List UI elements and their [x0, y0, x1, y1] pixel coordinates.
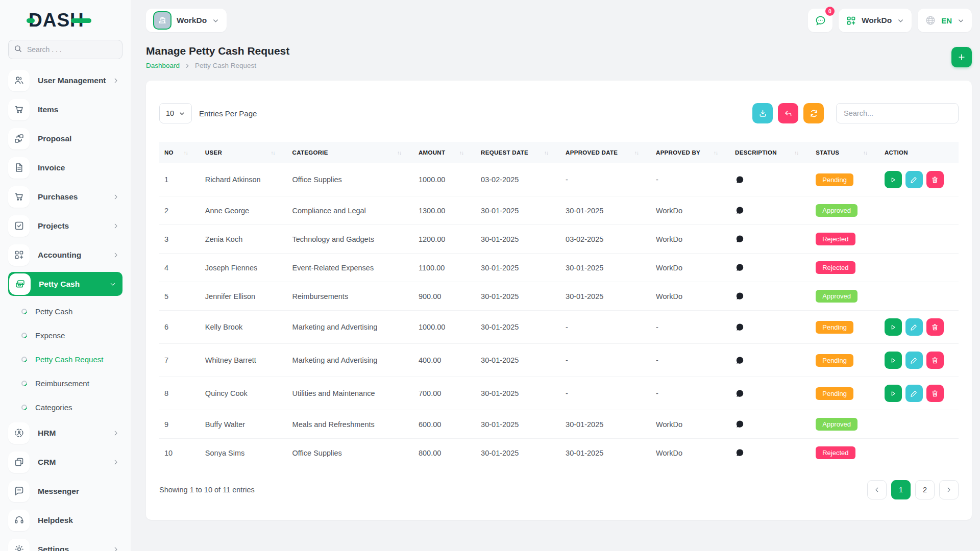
- export-button[interactable]: [752, 103, 773, 123]
- cell-approved_by: -: [651, 344, 730, 377]
- cell-no: 6: [159, 311, 200, 344]
- cell-action: [879, 410, 959, 439]
- cell-user: Joseph Fiennes: [200, 254, 287, 282]
- sidebar-subitem-reimbursement[interactable]: Reimbursement: [21, 373, 122, 393]
- workspace-avatar: [153, 11, 172, 30]
- action-view-button[interactable]: [885, 352, 902, 369]
- action-view-button[interactable]: [885, 318, 902, 336]
- description-comment-button[interactable]: [735, 389, 745, 398]
- sidebar-item-proposal[interactable]: Proposal: [8, 127, 122, 151]
- column-header-description[interactable]: DESCRIPTION↑↓: [730, 142, 811, 163]
- action-delete-button[interactable]: [926, 318, 944, 336]
- table-row: 6Kelly BrookMarketing and Advertising100…: [159, 311, 959, 344]
- sidebar-item-helpdesk[interactable]: Helpdesk: [8, 508, 122, 532]
- column-label: NO: [164, 149, 174, 156]
- cell-categorie: Office Supplies: [287, 439, 413, 467]
- reset-button[interactable]: [778, 103, 798, 123]
- description-comment-button[interactable]: [735, 322, 745, 332]
- sidebar-search-input[interactable]: [8, 40, 122, 59]
- sidebar-item-label: Purchases: [38, 192, 112, 202]
- description-comment-button[interactable]: [735, 206, 745, 215]
- sidebar-item-crm[interactable]: CRM: [8, 450, 122, 474]
- sidebar-subitem-expense[interactable]: Expense: [21, 325, 122, 345]
- breadcrumb-dashboard-link[interactable]: Dashboard: [146, 62, 180, 69]
- action-delete-button[interactable]: [926, 171, 944, 188]
- cell-status: Approved: [811, 196, 879, 225]
- chevron-down-icon: [897, 17, 904, 24]
- description-comment-button[interactable]: [735, 291, 745, 301]
- description-comment-button[interactable]: [735, 263, 745, 272]
- settings-icon: [8, 539, 30, 551]
- table-search-input[interactable]: [836, 103, 959, 123]
- action-edit-button[interactable]: [905, 171, 923, 188]
- column-header-amount[interactable]: AMOUNT↑↓: [413, 142, 476, 163]
- column-header-request_date[interactable]: REQUEST DATE↑↓: [476, 142, 560, 163]
- status-badge: Approved: [816, 418, 857, 431]
- sidebar-item-petty-cash[interactable]: Petty Cash: [8, 272, 122, 296]
- pagination-prev-button[interactable]: [867, 480, 887, 499]
- column-header-user[interactable]: USER↑↓: [200, 142, 287, 163]
- table-row: 3Zenia KochTechnology and Gadgets1200.00…: [159, 225, 959, 254]
- description-comment-button[interactable]: [735, 419, 745, 429]
- action-delete-button[interactable]: [926, 352, 944, 369]
- action-edit-button[interactable]: [905, 318, 923, 336]
- chevron-right-icon: [112, 77, 119, 84]
- sidebar-item-hrm[interactable]: HRM: [8, 421, 122, 445]
- workspace-selector[interactable]: WorkDo: [146, 9, 227, 32]
- column-label: DESCRIPTION: [735, 149, 777, 156]
- column-header-no[interactable]: NO↑↓: [159, 142, 200, 163]
- app-switcher[interactable]: WorkDo: [839, 9, 912, 32]
- cell-approved_by: -: [651, 377, 730, 410]
- cell-action: [879, 344, 959, 377]
- description-comment-button[interactable]: [735, 234, 745, 244]
- sort-icon: ↑↓: [397, 150, 408, 156]
- sidebar-item-user-management[interactable]: User Management: [8, 68, 122, 92]
- sidebar-subitem-categories[interactable]: Categories: [21, 397, 122, 417]
- table-row: 4Joseph FiennesEvent-Related Expenses110…: [159, 254, 959, 282]
- workspace-name: WorkDo: [177, 16, 207, 25]
- accounting-icon: [8, 244, 30, 266]
- sidebar-subitem-petty-cash[interactable]: Petty Cash: [21, 301, 122, 321]
- action-delete-button[interactable]: [926, 385, 944, 402]
- column-header-approved_by[interactable]: APPROVED BY↑↓: [651, 142, 730, 163]
- sidebar-subitem-petty-cash-request[interactable]: Petty Cash Request: [21, 349, 122, 369]
- chevron-right-icon: [112, 546, 119, 551]
- column-header-status[interactable]: STATUS↑↓: [811, 142, 879, 163]
- refresh-button[interactable]: [803, 103, 824, 123]
- chevron-right-icon: [184, 63, 190, 69]
- sidebar-item-invoice[interactable]: Invoice: [8, 156, 122, 180]
- pagination-page-2[interactable]: 2: [915, 480, 935, 499]
- cell-categorie: Utilities and Maintenance: [287, 377, 413, 410]
- pagination-page-1[interactable]: 1: [891, 480, 911, 499]
- cell-status: Pending: [811, 344, 879, 377]
- column-header-approved_date[interactable]: APPROVED DATE↑↓: [560, 142, 651, 163]
- sidebar-item-messenger[interactable]: Messenger: [8, 479, 122, 503]
- sidebar-item-accounting[interactable]: Accounting: [8, 243, 122, 267]
- entries-per-page-select[interactable]: 10: [159, 103, 192, 123]
- pagination-next-button[interactable]: [939, 480, 959, 499]
- description-comment-button[interactable]: [735, 175, 745, 185]
- helpdesk-icon: [8, 510, 30, 531]
- app-switcher-label: WorkDo: [862, 16, 892, 25]
- petty-cash-icon: [9, 273, 31, 295]
- cell-description: [730, 344, 811, 377]
- action-edit-button[interactable]: [905, 385, 923, 402]
- add-request-button[interactable]: [951, 47, 972, 67]
- sidebar-item-purchases[interactable]: Purchases: [8, 185, 122, 209]
- action-view-button[interactable]: [885, 385, 902, 402]
- column-header-categorie[interactable]: CATEGORIE↑↓: [287, 142, 413, 163]
- sidebar-item-settings[interactable]: Settings: [8, 537, 122, 551]
- sidebar-item-label: Accounting: [38, 251, 112, 260]
- search-icon: [14, 44, 22, 55]
- description-comment-button[interactable]: [735, 448, 745, 458]
- sidebar-item-label: Invoice: [38, 163, 122, 172]
- description-comment-button[interactable]: [735, 356, 745, 365]
- sidebar-item-projects[interactable]: Projects: [8, 214, 122, 238]
- app-logo[interactable]: DASH: [8, 0, 122, 40]
- language-selector[interactable]: EN: [918, 9, 972, 32]
- sidebar-item-items[interactable]: Items: [8, 97, 122, 121]
- action-view-button[interactable]: [885, 171, 902, 188]
- messages-button[interactable]: 0: [808, 9, 832, 32]
- entries-per-page-label: Entries Per Page: [199, 109, 257, 118]
- action-edit-button[interactable]: [905, 352, 923, 369]
